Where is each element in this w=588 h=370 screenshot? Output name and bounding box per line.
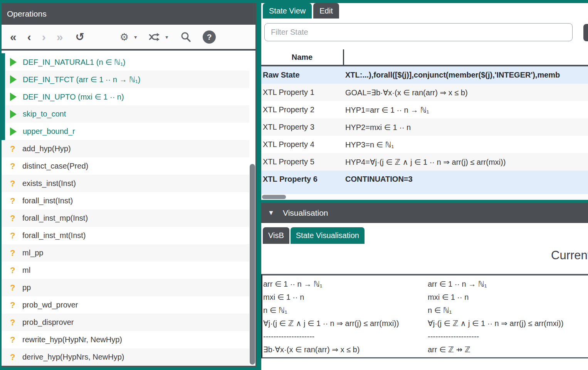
operations-rows: ? DEF_IN_NATURAL1 (n ∈ ℕ₁) ? DEF_IN_TFCT… [2, 51, 255, 366]
operation-label: exists_inst(Inst) [22, 179, 76, 188]
settings-icon[interactable]: ⚙ [120, 25, 129, 49]
operation-label: prob_wd_prover [22, 301, 78, 309]
state-row-name: XTL Property 1 [261, 88, 343, 97]
state-table-row[interactable]: Raw State XTL:...),forall([$(j)],conjunc… [261, 66, 588, 84]
visualisation-line: ∃b·∀x·(x ∈ ran(arr) ⇒ x ≤ b) [263, 343, 427, 356]
operations-scrollbar-thumb[interactable] [250, 164, 255, 365]
visualisation-line: mxi ∈ 1 ·· n [263, 291, 427, 304]
operation-row[interactable]: ? pp [2, 279, 249, 296]
operations-panel-title: Operations [2, 3, 255, 25]
question-icon: ? [10, 161, 17, 171]
operation-row[interactable]: ? DEF_IN_NATURAL1 (n ∈ ℕ₁) [2, 53, 249, 71]
tab-visb[interactable]: VisB [263, 227, 289, 244]
operation-row[interactable]: ? distinct_case(Pred) [2, 157, 249, 175]
visualisation-line: arr ∈ ℤ ⇸ ℤ [428, 343, 563, 356]
question-icon: ? [10, 335, 17, 345]
state-row-name: XTL Property 5 [261, 157, 343, 166]
question-icon: ? [10, 283, 17, 293]
settings-dropdown-icon[interactable]: ▾ [134, 34, 137, 40]
visualisation-tabs: VisB State Visualisation [263, 227, 365, 244]
state-table-row[interactable]: XTL Property 5 HYP4=∀j·(j ∈ ℤ ∧ j ∈ 1 ··… [261, 153, 588, 171]
state-table-row[interactable]: XTL Property 3 HYP2=mxi ∈ 1 ·· n [261, 118, 588, 136]
play-icon [10, 75, 17, 84]
visualisation-header[interactable]: ▼ Visualisation [261, 203, 588, 223]
visualisation-line: n ∈ ℕ₁ [428, 304, 563, 317]
operation-row[interactable]: ? DEF_IN_UPTO (mxi ∈ 1 ·· n) [2, 88, 249, 105]
state-tabbar: State View Edit [263, 3, 339, 19]
hscrollbar-thumb[interactable] [262, 195, 286, 199]
column-divider[interactable] [343, 49, 344, 66]
operation-row[interactable]: ? add_hyp(Hyp) [2, 140, 249, 157]
operation-row[interactable]: ? DEF_IN_TFCT (arr ∈ 1 ·· n → ℕ₁) [2, 71, 249, 88]
visualisation-column-heading: Current [551, 248, 588, 262]
state-row-name: XTL Property 4 [261, 140, 343, 149]
operation-row[interactable]: ? forall_inst(Inst) [2, 192, 249, 209]
table-options-button[interactable] [583, 24, 588, 41]
operations-toolbar: « ‹ › » ↺ ⚙ ▾ ▾ ? [2, 25, 255, 51]
operation-label: rewrite_hyp(HypNr, NewHyp) [22, 335, 122, 344]
state-table-row[interactable]: XTL Property 2 HYP1=arr ∈ 1 ·· n → ℕ₁ [261, 101, 588, 118]
operation-row[interactable]: ? upper_bound_r [2, 123, 249, 140]
state-row-name: XTL Property 3 [261, 123, 343, 132]
play-icon [10, 110, 17, 118]
fast-backward-icon[interactable]: « [10, 25, 17, 49]
operation-row[interactable]: ? derive_hyp(HypNrs, NewHyp) [2, 348, 249, 366]
question-icon: ? [10, 352, 17, 362]
question-icon: ? [10, 300, 17, 310]
play-icon [10, 93, 17, 101]
state-row-name: Raw State [261, 71, 343, 79]
operation-label: DEF_IN_TFCT (arr ∈ 1 ·· n → ℕ₁) [23, 75, 140, 84]
random-dropdown-icon[interactable]: ▾ [165, 34, 168, 40]
step-forward-icon[interactable]: › [42, 25, 46, 49]
operation-row[interactable]: ? skip_to_cont [2, 105, 249, 123]
operation-row[interactable]: ? forall_inst_mt(Inst) [2, 227, 249, 244]
state-table-row[interactable]: XTL Property 1 GOAL=∃b·∀x·(x ∈ ran(arr) … [261, 84, 588, 101]
tab-edit[interactable]: Edit [313, 3, 339, 19]
operation-row[interactable]: ? forall_inst_mp(Inst) [2, 209, 249, 227]
state-table-header: Name [261, 49, 588, 65]
operation-row[interactable]: ? ml [2, 262, 249, 279]
tab-state-visualisation[interactable]: State Visualisation [291, 227, 365, 244]
operation-label: forall_inst_mp(Inst) [22, 214, 88, 223]
operation-label: add_hyp(Hyp) [22, 144, 71, 153]
state-table-row[interactable]: XTL Property 6 CONTINUATION=3 [261, 171, 588, 188]
operation-row[interactable]: ? ml_pp [2, 244, 249, 262]
search-icon[interactable] [180, 32, 191, 42]
tab-state-view[interactable]: State View [263, 3, 312, 19]
fast-forward-icon[interactable]: » [57, 25, 63, 49]
state-table-row[interactable]: XTL Property 4 HYP3=n ∈ ℕ₁ [261, 136, 588, 153]
state-row-name: XTL Property 2 [261, 105, 343, 114]
visualisation-line: ∀j·(j ∈ ℤ ∧ j ∈ 1 ·· n ⇒ arr(j) ≤ arr(mx… [428, 317, 563, 330]
help-icon[interactable]: ? [203, 30, 216, 44]
visualisation-tabbar: VisB State Visualisation [261, 223, 588, 244]
magnifier-glyph [180, 32, 191, 42]
filter-state-input[interactable] [264, 23, 573, 41]
operation-row[interactable]: ? exists_inst(Inst) [2, 175, 249, 192]
operation-label: pp [22, 283, 31, 292]
question-icon: ? [10, 265, 17, 275]
state-panel: State View Edit Name Raw State XTL:...),… [261, 0, 588, 370]
question-icon: ? [10, 318, 17, 328]
visualisation-table: arr ∈ 1 ·· n → ℕ₁ mxi ∈ 1 ·· n n ∈ ℕ₁ ∀j… [261, 274, 588, 358]
question-icon: ? [10, 231, 17, 241]
state-table-hscrollbar [261, 194, 588, 200]
visualisation-line: arr ∈ 1 ·· n → ℕ₁ [428, 277, 563, 291]
state-row-value: HYP2=mxi ∈ 1 ·· n [343, 123, 588, 132]
state-row-value: CONTINUATION=3 [343, 175, 588, 184]
operation-row[interactable]: ? rewrite_hyp(HypNr, NewHyp) [2, 331, 249, 348]
question-icon: ? [10, 213, 17, 223]
reload-icon[interactable]: ↺ [75, 25, 84, 49]
column-header-name[interactable]: Name [261, 49, 343, 65]
operation-label: skip_to_cont [23, 110, 66, 118]
operation-row[interactable]: ? prob_wd_prover [2, 296, 249, 314]
random-execution-icon[interactable] [148, 32, 160, 42]
panel-divider [261, 200, 588, 203]
operation-row[interactable]: ? prob_disprover [2, 314, 249, 331]
operation-label: DEF_IN_NATURAL1 (n ∈ ℕ₁) [23, 57, 126, 67]
operation-label: distinct_case(Pred) [22, 162, 88, 171]
collapse-triangle-icon[interactable]: ▼ [268, 203, 274, 223]
visualisation-column-right: arr ∈ 1 ·· n → ℕ₁ mxi ∈ 1 ·· n n ∈ ℕ₁ ∀j… [427, 275, 563, 357]
step-backward-icon[interactable]: ‹ [27, 25, 31, 49]
play-icon [10, 58, 17, 66]
visualisation-column-left: arr ∈ 1 ·· n → ℕ₁ mxi ∈ 1 ·· n n ∈ ℕ₁ ∀j… [262, 275, 427, 357]
